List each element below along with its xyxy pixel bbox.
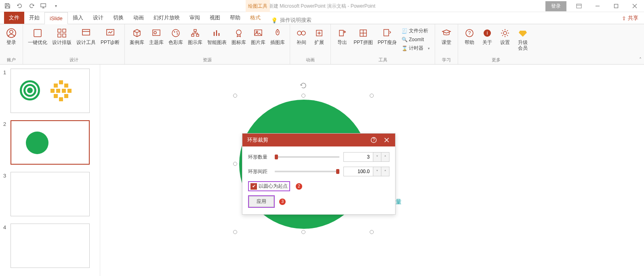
tween-button[interactable]: 补间 (293, 26, 309, 45)
undo-icon[interactable] (16, 3, 23, 9)
qat-customize-icon[interactable]: ▾ (53, 3, 59, 9)
theme-button[interactable]: 主题库 (147, 26, 165, 45)
resize-handle[interactable] (301, 230, 305, 234)
tab-slideshow[interactable]: 幻灯片放映 (149, 12, 185, 24)
apply-row: 应用 3 (248, 195, 389, 208)
badge-icon (233, 27, 244, 39)
tab-review[interactable]: 审阅 (185, 12, 205, 24)
export-button[interactable]: 导出 (334, 26, 350, 45)
collapse-ribbon-icon[interactable]: ˄ (639, 57, 642, 63)
highlight-apply: 应用 (248, 195, 275, 208)
rotate-handle[interactable] (300, 82, 307, 89)
tab-design[interactable]: 设计 (88, 12, 108, 24)
resize-handle[interactable] (233, 230, 237, 234)
zoomit-button[interactable]: 🔍ZoomIt (400, 36, 431, 43)
start-from-beginning-icon[interactable] (40, 3, 47, 9)
svg-point-19 (177, 33, 178, 35)
tell-me-search[interactable]: 💡 操作说明搜索 (271, 17, 311, 24)
diamond-icon (517, 27, 528, 39)
hourglass-icon: ⌛ (402, 46, 407, 51)
gap-input[interactable] (344, 167, 373, 176)
tab-format[interactable]: 格式 (245, 12, 265, 24)
from-center-checkbox[interactable]: ✔ (250, 183, 257, 190)
minimize-icon[interactable] (588, 0, 607, 12)
extend-button[interactable]: 扩展 (311, 26, 327, 45)
svg-rect-7 (58, 29, 61, 32)
zoom-icon: 🔍 (402, 37, 407, 42)
drawing-tools-tab-header: 绘图工具 (246, 0, 270, 12)
settings-button[interactable]: 设置 (497, 26, 513, 45)
tab-file[interactable]: 文件 (4, 12, 24, 24)
resize-handle[interactable] (301, 94, 305, 98)
class-button[interactable]: 课堂 (438, 26, 455, 45)
rings-down-icon[interactable]: ˅ (373, 153, 381, 161)
image-button[interactable]: 图片库 (249, 26, 267, 45)
layout-button[interactable]: 设计排版 (51, 26, 73, 45)
gap-up-icon[interactable]: ˄ (381, 167, 389, 176)
tab-animation[interactable]: 动画 (128, 12, 149, 24)
resize-handle[interactable] (370, 94, 374, 98)
help-button[interactable]: ?帮助 (461, 26, 478, 45)
dialog-help-icon[interactable]: ? (370, 136, 377, 144)
optimize-button[interactable]: 一键优化 (26, 26, 49, 45)
illus-button[interactable]: 插图库 (269, 26, 286, 45)
timer-button[interactable]: ⌛计时器 ▾ (400, 44, 431, 52)
rings-up-icon[interactable]: ˄ (381, 153, 389, 161)
slide-thumb-3[interactable] (11, 172, 90, 216)
gap-row: 环形间距 ˅ ˄ (248, 167, 389, 176)
redo-icon[interactable] (28, 3, 35, 9)
tween-icon (296, 27, 307, 39)
thumb-num-4: 4 (3, 224, 11, 230)
svg-point-17 (174, 31, 175, 33)
resize-handle[interactable] (233, 162, 237, 166)
slide-thumb-2[interactable] (11, 120, 90, 165)
tab-view[interactable]: 视图 (205, 12, 225, 24)
rings-slider[interactable] (275, 156, 339, 158)
svg-point-23 (236, 30, 241, 35)
gap-down-icon[interactable]: ˅ (373, 167, 381, 176)
shape-button[interactable]: 图示库 (186, 26, 204, 45)
ribbon-display-options-icon[interactable] (570, 0, 588, 12)
cube-icon (131, 27, 143, 39)
svg-rect-11 (82, 29, 90, 35)
file-analysis-button[interactable]: 🧾文件分析 (400, 27, 431, 35)
graduation-icon (441, 27, 452, 39)
title-bar: ▾ 新建 Microsoft PowerPoint 演示文稿 - PowerPo… (0, 0, 644, 12)
gap-slider[interactable] (275, 171, 339, 172)
close-icon[interactable] (625, 0, 644, 12)
slim-button[interactable]: PPT瘦身 (376, 26, 398, 45)
user-icon (6, 27, 17, 39)
case-button[interactable]: 案例库 (128, 26, 146, 45)
color-button[interactable]: 色彩库 (167, 26, 185, 45)
share-button[interactable]: ⇪ 共享 (622, 12, 638, 24)
puzzle-button[interactable]: PPT拼图 (352, 26, 374, 45)
svg-text:i: i (487, 30, 488, 36)
resize-handle[interactable] (370, 230, 374, 234)
slide-thumb-1[interactable] (11, 69, 90, 113)
login-big-button[interactable]: 登录 (3, 26, 19, 45)
ring-crop-dialog: 环形裁剪 ? 环形数量 ˅ ˄ 环形间距 ˅ ˄ ✔ (242, 133, 396, 215)
upgrade-button[interactable]: 升级 会员 (515, 26, 531, 51)
rings-label: 环形数量 (248, 154, 273, 161)
circle-graphic (26, 132, 48, 154)
share-label: 共享 (628, 15, 638, 22)
tab-transition[interactable]: 切换 (108, 12, 128, 24)
tab-islide[interactable]: iSlide (44, 12, 68, 24)
maximize-icon[interactable] (607, 0, 625, 12)
resize-handle[interactable] (233, 94, 237, 98)
tab-help[interactable]: 帮助 (225, 12, 245, 24)
smart-button[interactable]: 智能图表 (206, 26, 228, 45)
dialog-titlebar[interactable]: 环形裁剪 ? (242, 134, 395, 146)
apply-button[interactable]: 应用 (249, 196, 274, 207)
dialog-close-icon[interactable] (383, 136, 390, 144)
login-button[interactable]: 登录 (545, 1, 566, 11)
about-button[interactable]: i关于 (479, 26, 495, 45)
icon-button[interactable]: 图标库 (230, 26, 248, 45)
design-tools-button[interactable]: 设计工具 (75, 26, 97, 45)
rings-input[interactable] (344, 153, 373, 161)
ppt-diag-button[interactable]: PPT诊断 (99, 26, 121, 45)
save-icon[interactable] (4, 3, 11, 9)
tab-insert[interactable]: 插入 (68, 12, 88, 24)
slide-thumb-4[interactable] (11, 224, 90, 268)
tab-home[interactable]: 开始 (24, 12, 44, 24)
